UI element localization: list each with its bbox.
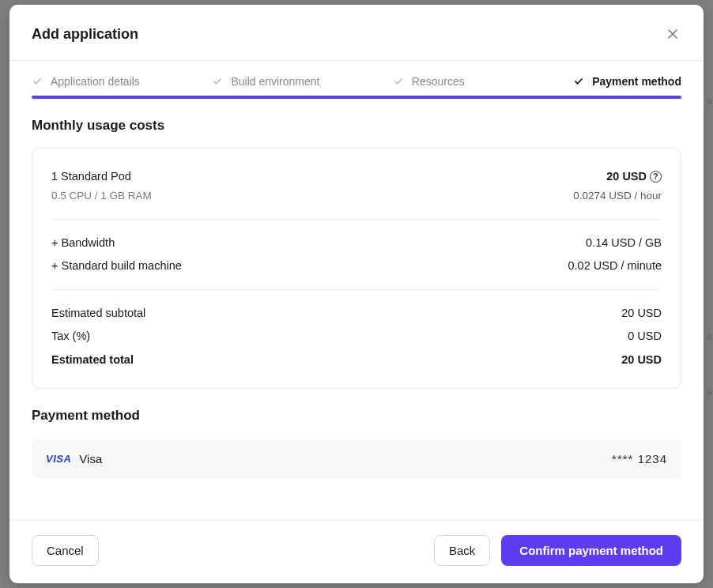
costs-section-title: Monthly usage costs — [9, 99, 704, 145]
divider — [51, 289, 662, 290]
cancel-button[interactable]: Cancel — [32, 535, 99, 566]
subtotal-value: 20 USD — [621, 304, 662, 322]
step-label: Application details — [51, 75, 140, 88]
pod-price: 20 USD — [606, 168, 647, 186]
step-payment-method[interactable]: Payment method — [573, 75, 681, 88]
build-label: + Standard build machine — [51, 257, 182, 275]
pod-name: 1 Standard Pod — [51, 168, 152, 186]
help-icon[interactable]: ? — [650, 171, 662, 183]
step-label: Payment method — [592, 75, 681, 88]
step-application-details[interactable]: Application details — [32, 75, 212, 88]
step-label: Resources — [412, 75, 465, 88]
total-label: Estimated total — [51, 351, 134, 369]
total-value: 20 USD — [621, 351, 662, 369]
close-button[interactable] — [664, 25, 681, 43]
pod-rate: 0.0274 USD / hour — [573, 187, 662, 205]
stepper: Application details Build environment Re… — [9, 61, 704, 96]
visa-logo: VISA — [46, 453, 71, 465]
step-resources[interactable]: Resources — [393, 75, 573, 88]
bandwidth-rate: 0.14 USD / GB — [586, 234, 662, 252]
close-icon — [667, 28, 678, 40]
check-icon — [32, 76, 43, 87]
tax-row: Tax (%) 0 USD — [51, 327, 662, 345]
subtotal-label: Estimated subtotal — [51, 304, 145, 322]
tax-label: Tax (%) — [51, 327, 90, 345]
check-icon — [393, 76, 404, 87]
pod-row: 1 Standard Pod 0.5 CPU / 1 GB RAM 20 USD… — [51, 168, 662, 205]
payment-brand-name: Visa — [79, 452, 102, 466]
background-text: as — [707, 386, 713, 398]
tax-value: 0 USD — [628, 327, 662, 345]
subtotal-row: Estimated subtotal 20 USD — [51, 304, 662, 322]
build-rate: 0.02 USD / minute — [568, 257, 662, 275]
step-label: Build environment — [231, 75, 319, 88]
divider — [51, 219, 662, 220]
modal-footer: Cancel Back Confirm payment method — [9, 520, 704, 583]
costs-card: 1 Standard Pod 0.5 CPU / 1 GB RAM 20 USD… — [32, 148, 681, 389]
pod-spec: 0.5 CPU / 1 GB RAM — [51, 187, 152, 205]
confirm-payment-button[interactable]: Confirm payment method — [501, 535, 681, 566]
modal-title: Add application — [32, 26, 138, 43]
bandwidth-row: + Bandwidth 0.14 USD / GB — [51, 234, 662, 252]
total-row: Estimated total 20 USD — [51, 351, 662, 369]
back-button[interactable]: Back — [434, 535, 490, 566]
background-text: as — [707, 330, 713, 342]
bandwidth-label: + Bandwidth — [51, 234, 115, 252]
check-icon — [573, 76, 584, 87]
background-text: as — [707, 95, 713, 107]
check-icon — [212, 76, 223, 87]
payment-section-title: Payment method — [9, 389, 704, 435]
payment-method-box[interactable]: VISA Visa **** 1234 — [32, 439, 681, 478]
build-row: + Standard build machine 0.02 USD / minu… — [51, 257, 662, 275]
step-build-environment[interactable]: Build environment — [212, 75, 392, 88]
card-last4: **** 1234 — [612, 452, 667, 466]
modal-header: Add application — [9, 5, 704, 60]
add-application-modal: Add application Application details Buil… — [9, 5, 704, 583]
